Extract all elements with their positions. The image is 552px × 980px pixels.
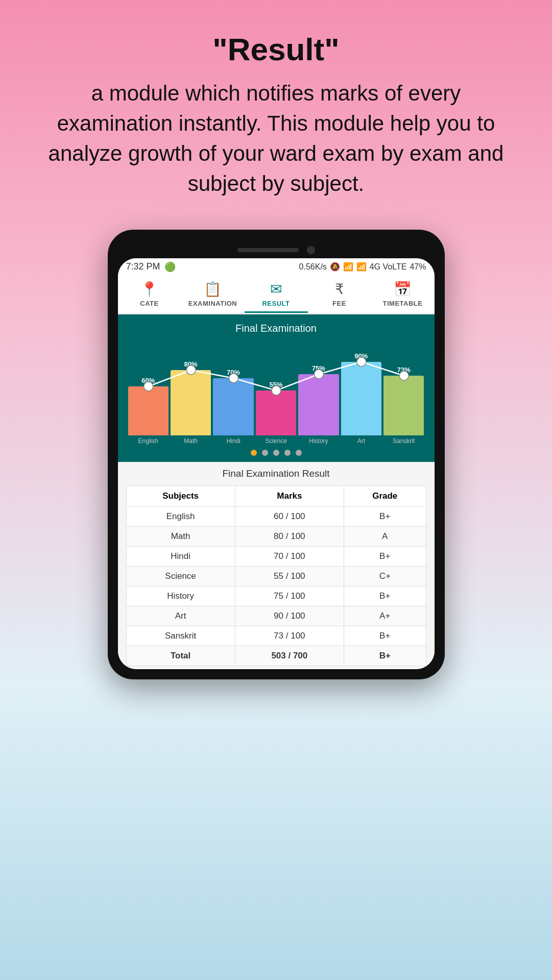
pagination-dot[interactable] (284, 450, 291, 456)
svg-point-2 (229, 374, 238, 383)
chart-line (124, 342, 428, 445)
table-cell-grade: B+ (344, 626, 426, 646)
table-cell-subject: Art (126, 606, 235, 626)
pagination-dot[interactable] (262, 450, 268, 456)
table-row: Sanskrit73 / 100B+ (126, 626, 426, 646)
cate-icon: 📍 (140, 281, 158, 298)
status-app-icon: 🟢 (164, 261, 176, 273)
status-left: 7:32 PM 🟢 (126, 261, 176, 273)
table-row-total: Total503 / 700B+ (126, 646, 426, 666)
phone-screen: 7:32 PM 🟢 0.56K/s 🔕 📶 📶 4G VoLTE 47% 📍 C… (118, 258, 435, 669)
status-bar: 7:32 PM 🟢 0.56K/s 🔕 📶 📶 4G VoLTE 47% (118, 258, 435, 276)
table-cell-subject: Science (126, 566, 235, 586)
pagination-dot[interactable] (296, 450, 302, 456)
table-cell-marks: 80 / 100 (235, 526, 344, 546)
status-network: 4G VoLTE (370, 262, 407, 272)
result-icon: ✉ (270, 281, 282, 298)
table-row: English60 / 100B+ (126, 506, 426, 526)
chart-section: Final Examination 60%English80%Math70%Hi… (118, 314, 435, 462)
phone-speaker (237, 248, 299, 252)
svg-point-6 (399, 371, 409, 380)
status-right: 0.56K/s 🔕 📶 📶 4G VoLTE 47% (299, 262, 426, 272)
examination-icon: 📋 (204, 281, 222, 298)
table-cell-subject: Sanskrit (126, 626, 235, 646)
nav-item-examination[interactable]: 📋 EXAMINATION (181, 276, 245, 313)
col-subjects: Subjects (126, 485, 235, 506)
table-cell-grade: B+ (344, 506, 426, 526)
pagination-dot[interactable] (273, 450, 279, 456)
nav-bar: 📍 CATE 📋 EXAMINATION ✉ RESULT ₹ FEE 📅 TI… (118, 276, 435, 314)
status-wifi-icon: 📶 (343, 262, 353, 272)
table-cell-total-label: Total (126, 646, 235, 666)
page-description: a module which notifies marks of every e… (41, 79, 511, 199)
table-cell-total-marks: 503 / 700 (235, 646, 344, 666)
nav-item-cate[interactable]: 📍 CATE (118, 276, 181, 313)
result-section: Final Examination Result Subjects Marks … (118, 462, 435, 669)
phone-camera (307, 246, 315, 254)
status-speed: 0.56K/s (299, 262, 327, 272)
table-row: Art90 / 100A+ (126, 606, 426, 626)
phone-mockup: 7:32 PM 🟢 0.56K/s 🔕 📶 📶 4G VoLTE 47% 📍 C… (108, 230, 445, 679)
pagination-dot[interactable] (251, 450, 257, 456)
table-cell-marks: 73 / 100 (235, 626, 344, 646)
table-cell-marks: 55 / 100 (235, 566, 344, 586)
status-signal-icon: 📶 (356, 262, 367, 272)
phone-top-bar (118, 240, 435, 258)
table-row: Science55 / 100C+ (126, 566, 426, 586)
page-title: "Result" (41, 31, 511, 68)
table-cell-marks: 75 / 100 (235, 586, 344, 606)
table-cell-marks: 70 / 100 (235, 546, 344, 566)
col-marks: Marks (235, 485, 344, 506)
table-cell-total-grade: B+ (344, 646, 426, 666)
result-table: Subjects Marks Grade English60 / 100B+Ma… (126, 485, 426, 666)
svg-point-4 (314, 370, 323, 379)
header-section: "Result" a module which notifies marks o… (0, 0, 552, 219)
svg-point-0 (143, 382, 153, 391)
table-row: History75 / 100B+ (126, 586, 426, 606)
table-cell-marks: 60 / 100 (235, 506, 344, 526)
nav-item-fee[interactable]: ₹ FEE (308, 276, 371, 313)
table-cell-grade: B+ (344, 586, 426, 606)
result-title: Final Examination Result (126, 468, 426, 479)
nav-label-fee: FEE (332, 300, 346, 307)
chart-title: Final Examination (124, 323, 428, 334)
table-cell-grade: A (344, 526, 426, 546)
svg-point-3 (271, 386, 280, 395)
timetable-icon: 📅 (394, 281, 412, 298)
table-row: Hindi70 / 100B+ (126, 546, 426, 566)
status-battery: 47% (410, 262, 426, 272)
table-cell-grade: B+ (344, 546, 426, 566)
nav-item-result[interactable]: ✉ RESULT (245, 276, 308, 313)
svg-point-5 (356, 357, 366, 366)
nav-label-timetable: TIMETABLE (383, 300, 423, 307)
chart-area: 60%English80%Math70%Hindi55%Science75%Hi… (124, 342, 428, 445)
table-cell-subject: History (126, 586, 235, 606)
svg-point-1 (186, 365, 196, 375)
table-cell-grade: A+ (344, 606, 426, 626)
status-time: 7:32 PM (126, 261, 160, 272)
table-cell-subject: English (126, 506, 235, 526)
chart-dots (124, 450, 428, 456)
nav-label-cate: CATE (140, 300, 158, 307)
table-row: Math80 / 100A (126, 526, 426, 546)
table-cell-subject: Hindi (126, 546, 235, 566)
col-grade: Grade (344, 485, 426, 506)
nav-item-timetable[interactable]: 📅 TIMETABLE (371, 276, 435, 313)
table-cell-marks: 90 / 100 (235, 606, 344, 626)
nav-label-examination: EXAMINATION (188, 300, 237, 307)
table-cell-subject: Math (126, 526, 235, 546)
table-cell-grade: C+ (344, 566, 426, 586)
fee-icon: ₹ (335, 281, 344, 298)
status-mute-icon: 🔕 (330, 262, 340, 272)
nav-label-result: RESULT (262, 300, 290, 307)
